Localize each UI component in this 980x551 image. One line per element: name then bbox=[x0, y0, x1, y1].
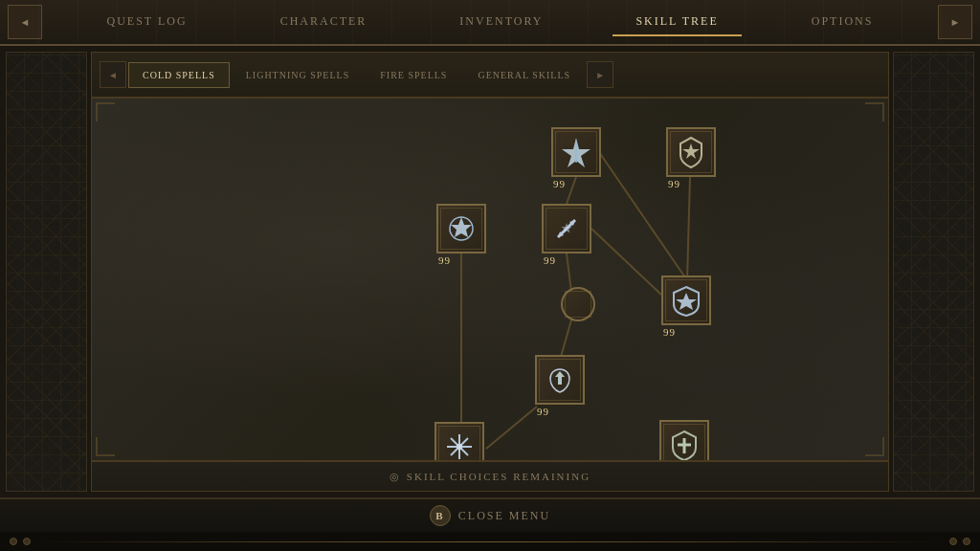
corner-br bbox=[865, 437, 884, 456]
svg-marker-11 bbox=[682, 143, 700, 159]
bottom-deco bbox=[0, 532, 980, 551]
game-frame: ◄ Quest Log Character Inventory Skill Tr… bbox=[0, 0, 980, 551]
skill-node-ice-shield[interactable]: 99 bbox=[661, 276, 711, 338]
close-bar: B Close Menu bbox=[0, 497, 980, 532]
sub-tab-right-corner: ► bbox=[587, 61, 613, 88]
skill-icon-shield-star[interactable] bbox=[666, 127, 716, 177]
skill-level-teleport: 99 bbox=[537, 406, 549, 417]
skill-icon-ice-blast[interactable] bbox=[436, 204, 486, 253]
sub-tab-general-skills[interactable]: General Skills bbox=[463, 62, 585, 88]
skill-icon-ice-bolt[interactable] bbox=[551, 127, 601, 177]
status-text: Skill Choices Remaining bbox=[407, 471, 590, 482]
tab-quest-log[interactable]: Quest Log bbox=[84, 9, 211, 36]
skill-icon-empty[interactable] bbox=[561, 287, 595, 321]
status-bar: ◎ Skill Choices Remaining bbox=[92, 460, 888, 491]
skill-node-frost-arrow[interactable]: 99 bbox=[542, 204, 591, 266]
nav-left-corner: ◄ bbox=[8, 5, 42, 39]
svg-marker-18 bbox=[676, 293, 697, 310]
tab-character[interactable]: Character bbox=[257, 9, 390, 36]
top-nav: ◄ Quest Log Character Inventory Skill Tr… bbox=[0, 0, 980, 46]
close-button-icon[interactable]: B bbox=[430, 505, 451, 526]
skill-icon-frost-arrow[interactable] bbox=[542, 204, 591, 253]
skill-level-frost-arrow: 99 bbox=[544, 254, 556, 266]
skill-node-empty[interactable] bbox=[561, 287, 595, 321]
center-panel: ◄ Cold Spells Lightning Spells Fire Spel… bbox=[91, 52, 889, 492]
left-panel bbox=[6, 52, 87, 492]
skill-level-ice-bolt: 99 bbox=[553, 178, 566, 189]
skill-node-blizzard[interactable]: 99 bbox=[434, 422, 484, 460]
skill-icon-blizzard[interactable] bbox=[434, 422, 484, 460]
corner-bl bbox=[96, 437, 115, 456]
skill-level-shield-star: 99 bbox=[668, 178, 680, 189]
sub-tab-fire-spells[interactable]: Fire Spells bbox=[366, 62, 461, 88]
status-icon: ◎ bbox=[390, 471, 401, 483]
deco-dot-3 bbox=[949, 538, 957, 545]
skill-icon-shield-cross[interactable] bbox=[659, 420, 709, 460]
deco-dot-2 bbox=[23, 538, 31, 545]
tab-options[interactable]: Options bbox=[789, 9, 897, 36]
corner-tl bbox=[96, 102, 115, 121]
nav-right-corner: ► bbox=[938, 5, 972, 39]
skill-node-shield-cross[interactable]: 99 bbox=[659, 420, 709, 460]
sub-tab-cold-spells[interactable]: Cold Spells bbox=[128, 62, 230, 88]
skill-level-ice-shield: 99 bbox=[663, 326, 676, 338]
nav-tabs: Quest Log Character Inventory Skill Tree… bbox=[42, 9, 938, 36]
sub-tab-left-corner: ◄ bbox=[100, 61, 126, 88]
deco-dot-1 bbox=[10, 538, 17, 545]
skill-area-bg bbox=[92, 99, 888, 460]
tab-skill-tree[interactable]: Skill Tree bbox=[612, 9, 741, 36]
deco-dot-4 bbox=[963, 538, 970, 545]
sub-tabs: ◄ Cold Spells Lightning Spells Fire Spel… bbox=[92, 53, 888, 99]
stone-texture bbox=[92, 99, 888, 460]
tab-inventory[interactable]: Inventory bbox=[436, 9, 566, 36]
right-panel bbox=[893, 52, 974, 492]
skill-area: 99 99 99 bbox=[92, 99, 888, 460]
skill-node-shield-star[interactable]: 99 bbox=[666, 127, 716, 189]
skill-node-ice-blast[interactable]: 99 bbox=[436, 204, 486, 266]
skill-node-teleport[interactable]: 99 bbox=[535, 355, 585, 417]
skill-icon-teleport[interactable] bbox=[535, 355, 585, 405]
deco-line bbox=[36, 541, 944, 542]
skill-icon-ice-shield[interactable] bbox=[661, 276, 711, 325]
skill-node-ice-bolt[interactable]: 99 bbox=[551, 127, 601, 189]
main-content: ◄ Cold Spells Lightning Spells Fire Spel… bbox=[0, 46, 980, 497]
svg-point-23 bbox=[457, 444, 462, 450]
sub-tab-lightning-spells[interactable]: Lightning Spells bbox=[232, 62, 365, 88]
corner-tr bbox=[865, 102, 884, 121]
close-menu-label: Close Menu bbox=[458, 509, 550, 523]
skill-level-ice-blast: 99 bbox=[438, 254, 451, 266]
